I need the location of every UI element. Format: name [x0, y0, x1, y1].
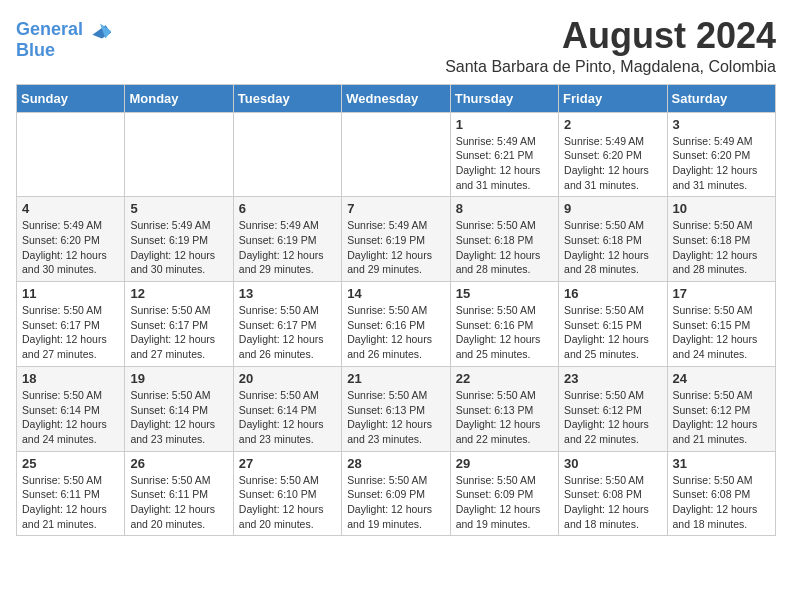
day-number: 20 — [239, 371, 336, 386]
day-number: 3 — [673, 117, 770, 132]
day-info: Sunrise: 5:50 AM Sunset: 6:15 PM Dayligh… — [564, 303, 661, 362]
day-number: 13 — [239, 286, 336, 301]
day-number: 27 — [239, 456, 336, 471]
day-number: 18 — [22, 371, 119, 386]
calendar-cell: 22Sunrise: 5:50 AM Sunset: 6:13 PM Dayli… — [450, 366, 558, 451]
day-info: Sunrise: 5:50 AM Sunset: 6:11 PM Dayligh… — [22, 473, 119, 532]
calendar-cell — [125, 112, 233, 197]
calendar-cell: 26Sunrise: 5:50 AM Sunset: 6:11 PM Dayli… — [125, 451, 233, 536]
calendar-cell — [342, 112, 450, 197]
day-number: 15 — [456, 286, 553, 301]
day-number: 9 — [564, 201, 661, 216]
day-number: 23 — [564, 371, 661, 386]
calendar-cell: 29Sunrise: 5:50 AM Sunset: 6:09 PM Dayli… — [450, 451, 558, 536]
calendar-cell: 18Sunrise: 5:50 AM Sunset: 6:14 PM Dayli… — [17, 366, 125, 451]
day-info: Sunrise: 5:49 AM Sunset: 6:21 PM Dayligh… — [456, 134, 553, 193]
day-number: 26 — [130, 456, 227, 471]
day-number: 5 — [130, 201, 227, 216]
day-info: Sunrise: 5:50 AM Sunset: 6:14 PM Dayligh… — [22, 388, 119, 447]
day-header-tuesday: Tuesday — [233, 84, 341, 112]
page-header: General Blue August 2024 Santa Barbara d… — [16, 16, 776, 76]
calendar-cell: 23Sunrise: 5:50 AM Sunset: 6:12 PM Dayli… — [559, 366, 667, 451]
day-number: 11 — [22, 286, 119, 301]
day-number: 16 — [564, 286, 661, 301]
calendar-cell: 28Sunrise: 5:50 AM Sunset: 6:09 PM Dayli… — [342, 451, 450, 536]
day-info: Sunrise: 5:50 AM Sunset: 6:14 PM Dayligh… — [239, 388, 336, 447]
day-number: 7 — [347, 201, 444, 216]
day-info: Sunrise: 5:50 AM Sunset: 6:18 PM Dayligh… — [673, 218, 770, 277]
calendar-cell: 13Sunrise: 5:50 AM Sunset: 6:17 PM Dayli… — [233, 282, 341, 367]
calendar-week-row: 25Sunrise: 5:50 AM Sunset: 6:11 PM Dayli… — [17, 451, 776, 536]
day-info: Sunrise: 5:50 AM Sunset: 6:12 PM Dayligh… — [673, 388, 770, 447]
day-number: 1 — [456, 117, 553, 132]
subtitle: Santa Barbara de Pinto, Magdalena, Colom… — [445, 58, 776, 76]
day-info: Sunrise: 5:50 AM Sunset: 6:17 PM Dayligh… — [22, 303, 119, 362]
day-info: Sunrise: 5:50 AM Sunset: 6:15 PM Dayligh… — [673, 303, 770, 362]
day-number: 25 — [22, 456, 119, 471]
day-number: 22 — [456, 371, 553, 386]
calendar-cell: 8Sunrise: 5:50 AM Sunset: 6:18 PM Daylig… — [450, 197, 558, 282]
day-number: 2 — [564, 117, 661, 132]
day-info: Sunrise: 5:49 AM Sunset: 6:20 PM Dayligh… — [564, 134, 661, 193]
calendar-cell: 7Sunrise: 5:49 AM Sunset: 6:19 PM Daylig… — [342, 197, 450, 282]
calendar-cell: 19Sunrise: 5:50 AM Sunset: 6:14 PM Dayli… — [125, 366, 233, 451]
calendar-cell: 3Sunrise: 5:49 AM Sunset: 6:20 PM Daylig… — [667, 112, 775, 197]
calendar-cell: 11Sunrise: 5:50 AM Sunset: 6:17 PM Dayli… — [17, 282, 125, 367]
day-info: Sunrise: 5:50 AM Sunset: 6:11 PM Dayligh… — [130, 473, 227, 532]
day-header-sunday: Sunday — [17, 84, 125, 112]
day-header-monday: Monday — [125, 84, 233, 112]
calendar-header-row: SundayMondayTuesdayWednesdayThursdayFrid… — [17, 84, 776, 112]
calendar-cell: 31Sunrise: 5:50 AM Sunset: 6:08 PM Dayli… — [667, 451, 775, 536]
calendar-cell: 30Sunrise: 5:50 AM Sunset: 6:08 PM Dayli… — [559, 451, 667, 536]
day-number: 4 — [22, 201, 119, 216]
day-info: Sunrise: 5:49 AM Sunset: 6:19 PM Dayligh… — [239, 218, 336, 277]
calendar-cell: 15Sunrise: 5:50 AM Sunset: 6:16 PM Dayli… — [450, 282, 558, 367]
calendar-cell: 14Sunrise: 5:50 AM Sunset: 6:16 PM Dayli… — [342, 282, 450, 367]
day-number: 6 — [239, 201, 336, 216]
calendar-cell: 27Sunrise: 5:50 AM Sunset: 6:10 PM Dayli… — [233, 451, 341, 536]
calendar-cell: 6Sunrise: 5:49 AM Sunset: 6:19 PM Daylig… — [233, 197, 341, 282]
calendar-cell: 4Sunrise: 5:49 AM Sunset: 6:20 PM Daylig… — [17, 197, 125, 282]
day-number: 19 — [130, 371, 227, 386]
day-info: Sunrise: 5:50 AM Sunset: 6:12 PM Dayligh… — [564, 388, 661, 447]
calendar-table: SundayMondayTuesdayWednesdayThursdayFrid… — [16, 84, 776, 537]
day-header-saturday: Saturday — [667, 84, 775, 112]
day-info: Sunrise: 5:50 AM Sunset: 6:16 PM Dayligh… — [456, 303, 553, 362]
calendar-cell: 1Sunrise: 5:49 AM Sunset: 6:21 PM Daylig… — [450, 112, 558, 197]
day-info: Sunrise: 5:50 AM Sunset: 6:16 PM Dayligh… — [347, 303, 444, 362]
main-title: August 2024 — [445, 16, 776, 56]
day-info: Sunrise: 5:49 AM Sunset: 6:19 PM Dayligh… — [130, 218, 227, 277]
day-header-thursday: Thursday — [450, 84, 558, 112]
day-info: Sunrise: 5:50 AM Sunset: 6:09 PM Dayligh… — [347, 473, 444, 532]
day-info: Sunrise: 5:50 AM Sunset: 6:14 PM Dayligh… — [130, 388, 227, 447]
day-info: Sunrise: 5:49 AM Sunset: 6:20 PM Dayligh… — [673, 134, 770, 193]
calendar-cell: 21Sunrise: 5:50 AM Sunset: 6:13 PM Dayli… — [342, 366, 450, 451]
calendar-cell: 20Sunrise: 5:50 AM Sunset: 6:14 PM Dayli… — [233, 366, 341, 451]
calendar-cell: 2Sunrise: 5:49 AM Sunset: 6:20 PM Daylig… — [559, 112, 667, 197]
calendar-week-row: 18Sunrise: 5:50 AM Sunset: 6:14 PM Dayli… — [17, 366, 776, 451]
day-header-wednesday: Wednesday — [342, 84, 450, 112]
day-number: 21 — [347, 371, 444, 386]
day-number: 12 — [130, 286, 227, 301]
day-number: 30 — [564, 456, 661, 471]
day-info: Sunrise: 5:50 AM Sunset: 6:18 PM Dayligh… — [564, 218, 661, 277]
logo-text: General — [16, 20, 83, 40]
day-info: Sunrise: 5:50 AM Sunset: 6:17 PM Dayligh… — [239, 303, 336, 362]
day-info: Sunrise: 5:50 AM Sunset: 6:17 PM Dayligh… — [130, 303, 227, 362]
calendar-cell: 12Sunrise: 5:50 AM Sunset: 6:17 PM Dayli… — [125, 282, 233, 367]
day-info: Sunrise: 5:50 AM Sunset: 6:18 PM Dayligh… — [456, 218, 553, 277]
day-header-friday: Friday — [559, 84, 667, 112]
calendar-cell: 10Sunrise: 5:50 AM Sunset: 6:18 PM Dayli… — [667, 197, 775, 282]
logo-icon — [85, 16, 113, 44]
day-info: Sunrise: 5:49 AM Sunset: 6:20 PM Dayligh… — [22, 218, 119, 277]
day-number: 10 — [673, 201, 770, 216]
calendar-week-row: 11Sunrise: 5:50 AM Sunset: 6:17 PM Dayli… — [17, 282, 776, 367]
day-number: 28 — [347, 456, 444, 471]
day-number: 31 — [673, 456, 770, 471]
day-info: Sunrise: 5:50 AM Sunset: 6:13 PM Dayligh… — [456, 388, 553, 447]
day-info: Sunrise: 5:50 AM Sunset: 6:13 PM Dayligh… — [347, 388, 444, 447]
day-number: 17 — [673, 286, 770, 301]
calendar-cell: 5Sunrise: 5:49 AM Sunset: 6:19 PM Daylig… — [125, 197, 233, 282]
day-info: Sunrise: 5:50 AM Sunset: 6:10 PM Dayligh… — [239, 473, 336, 532]
calendar-cell: 24Sunrise: 5:50 AM Sunset: 6:12 PM Dayli… — [667, 366, 775, 451]
